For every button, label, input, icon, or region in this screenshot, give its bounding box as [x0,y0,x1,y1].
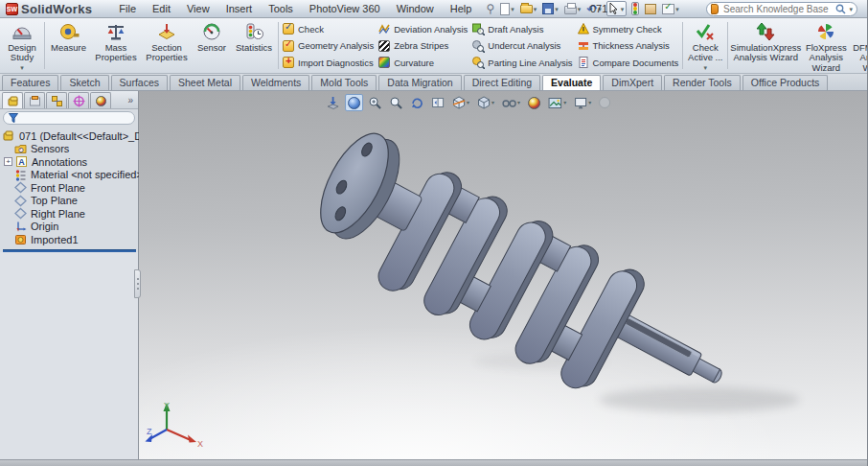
panel-tabs-overflow[interactable]: » [127,95,136,105]
titlebar-toolbar: ⚲ ▾ ▾ ▾ ▾ ↶▾ ▾ ▾ [485,1,679,16]
simulationxpress-wizard-button[interactable]: SimulationXpress Analysis Wizard [730,19,801,72]
plane-icon [14,181,27,194]
section-properties-icon [156,21,177,42]
feature-tree-filter-input[interactable] [21,112,129,125]
curvature-button[interactable]: Curvature [378,55,468,71]
geometry-analysis-button[interactable]: Geometry Analysis [283,37,374,54]
tree-item-root[interactable]: 071 (Default<<Default>_Display [3,129,136,143]
thickness-analysis-button[interactable]: Thickness Analysis [578,37,679,54]
zebra-stripes-icon [378,40,390,52]
search-dropdown-icon[interactable]: ▾ [849,6,853,12]
menu-help[interactable]: Help [450,3,472,14]
panel-splitter-handle[interactable] [134,269,141,298]
tree-item-imported1[interactable]: Imported1 [3,233,136,246]
tab-evaluate[interactable]: Evaluate [542,75,601,90]
check-button[interactable]: Check [283,21,374,37]
compare-documents-button[interactable]: Compare Documents [578,55,679,71]
menu-insert[interactable]: Insert [226,3,253,14]
search-input[interactable] [721,3,833,15]
part-icon [7,95,19,107]
tab-office-products[interactable]: Office Products [742,75,829,90]
feature-tree-filter[interactable] [3,111,135,125]
mass-properties-button[interactable]: Mass Properties [91,19,141,72]
statistics-icon [243,21,264,42]
tree-item-right-plane[interactable]: Right Plane [3,207,136,221]
tree-item-origin[interactable]: Origin [3,221,136,234]
import-diagnostics-button[interactable]: Import Diagnostics [283,55,374,71]
tree-item-top-plane[interactable]: Top Plane [3,195,136,208]
tree-item-material[interactable]: Material <not specified> [3,169,136,182]
measure-button[interactable]: Measure [47,19,90,72]
model-shadow [599,387,800,412]
select-button[interactable]: ▾ [606,1,628,16]
open-folder-icon [520,5,533,13]
search-icon [835,4,846,14]
open-button[interactable]: ▾ [519,1,538,16]
options-button[interactable]: ▾ [661,1,680,16]
tab-dimxpert[interactable]: DimXpert [603,75,662,90]
dimxpert-manager-tab[interactable] [68,92,89,108]
display-manager-tab[interactable] [90,92,111,108]
3d-viewport[interactable]: ▾ ▾ ▾ ▾ ▾ [139,91,867,459]
menu-tools[interactable]: Tools [268,3,293,14]
new-document-button[interactable]: ▾ [499,1,515,16]
floxpress-wizard-button[interactable]: FloXpress Analysis Wizard [802,19,850,72]
feature-manager-panel: » 071 (Default<<Default>_Display Sensors… [0,91,139,459]
tab-surfaces[interactable]: Surfaces [111,75,168,90]
deviation-analysis-button[interactable]: Deviation Analysis [378,21,468,37]
rebuild-traffic-light-icon [631,2,639,15]
sensor-button[interactable]: Sensor [193,19,231,72]
print-button[interactable]: ▾ [563,1,582,16]
statistics-button[interactable]: Statistics [232,19,276,72]
tab-render-tools[interactable]: Render Tools [664,75,741,90]
dfmxpress-wizard-button[interactable]: DFMXpress Analysis Wizard [851,19,867,72]
menu-view[interactable]: View [187,3,210,14]
menu-photoview360[interactable]: PhotoView 360 [309,3,380,14]
menu-edit[interactable]: Edit [152,3,171,14]
tree-item-front-plane[interactable]: Front Plane [3,181,136,195]
tab-weldments[interactable]: Weldments [242,75,309,90]
tab-sheet-metal[interactable]: Sheet Metal [170,75,240,90]
zebra-stripes-button[interactable]: Zebra Stripes [378,37,468,54]
section-properties-button[interactable]: Section Properties [142,19,192,72]
tab-features[interactable]: Features [2,75,58,90]
draft-analysis-button[interactable]: Draft Analysis [472,21,572,37]
menu-window[interactable]: Window [397,3,434,14]
expand-icon[interactable]: + [4,157,12,166]
crankshaft-model[interactable] [139,91,867,459]
save-button[interactable]: ▾ [541,1,560,16]
tree-item-sensors[interactable]: Sensors [3,143,136,156]
symmetry-check-button[interactable]: Symmetry Check [578,21,679,37]
feature-tree-tab[interactable] [2,92,23,108]
design-study-button[interactable]: Design Study ▾ [2,19,42,72]
property-manager-tab[interactable] [24,92,45,108]
dimxpert-target-icon [73,95,85,107]
draft-analysis-icon [472,23,484,35]
app-name: SolidWorks [21,2,92,16]
search-box[interactable]: ▾ [706,2,857,16]
ribbon-surface-column: Deviation Analysis Zebra Stripes Curvatu… [377,19,469,72]
tab-mold-tools[interactable]: Mold Tools [311,75,377,90]
property-manager-icon [29,95,41,107]
filter-funnel-icon [9,113,18,123]
triad-y-label: Y [164,401,170,410]
rebuild-button[interactable] [630,1,640,16]
menu-pin-icon[interactable]: ⚲ [485,1,495,16]
tab-direct-editing[interactable]: Direct Editing [464,75,540,90]
undercut-analysis-button[interactable]: Undercut Analysis [472,37,572,54]
feature-tree: 071 (Default<<Default>_Display Sensors +… [0,127,138,252]
tree-item-annotations[interactable]: + A Annotations [3,155,136,169]
parting-line-analysis-button[interactable]: Parting Line Analysis [472,55,572,71]
menu-file[interactable]: File [119,3,136,14]
configuration-manager-tab[interactable] [46,92,67,108]
tab-data-migration[interactable]: Data Migration [378,75,461,90]
measure-icon [58,21,80,42]
command-manager-tabs: Features Sketch Surfaces Sheet Metal Wel… [0,74,867,91]
file-properties-button[interactable] [644,1,657,16]
options-icon [662,4,674,14]
panel-empty-area [0,252,138,460]
tab-sketch[interactable]: Sketch [60,75,108,90]
file-properties-icon [645,4,656,14]
check-active-button[interactable]: Check Active ... ▾ [685,19,725,72]
design-study-icon [11,21,33,42]
